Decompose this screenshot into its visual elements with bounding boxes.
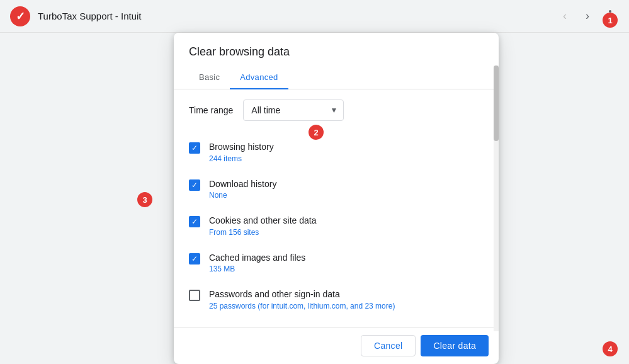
item-label: Cached images and files: [209, 252, 305, 264]
back-button[interactable]: ‹: [556, 8, 574, 25]
item-label: Browsing history: [209, 141, 274, 154]
browser-logo: ✓: [10, 6, 30, 26]
checkbox-list: ✓ Browsing history 244 items ✓ Download …: [189, 134, 484, 317]
checkbox-text: Download history None: [209, 178, 276, 200]
cancel-button[interactable]: Cancel: [361, 335, 416, 356]
dialog-footer: Cancel Clear data: [174, 327, 499, 364]
tab-basic[interactable]: Basic: [189, 66, 230, 89]
list-item: ✓ Download history None: [189, 171, 484, 208]
dialog-tabs: Basic Advanced: [174, 66, 499, 89]
checkbox-text: Cached images and files 135 MB: [209, 252, 305, 274]
item-label: Download history: [209, 178, 276, 191]
dialog-title: Clear browsing data: [174, 33, 499, 66]
menu-dot-1: [609, 10, 611, 13]
tab-advanced[interactable]: Advanced: [230, 66, 288, 89]
checkbox-text: Passwords and other sign-in data 25 pass…: [209, 288, 395, 310]
page-title: TurboTax Support - Intuit: [38, 11, 142, 21]
item-label: Passwords and other sign-in data: [209, 288, 395, 301]
check-icon: ✓: [191, 181, 198, 189]
item-label: Cookies and other site data: [209, 215, 316, 227]
annotation-badge-2: 2: [309, 125, 324, 140]
checkbox-text: Cookies and other site data From 156 sit…: [209, 215, 316, 237]
clear-browsing-data-dialog: Clear browsing data Basic Advanced Time …: [174, 33, 499, 364]
item-sublabel: From 156 sites: [209, 228, 316, 237]
checkbox-download-history[interactable]: ✓: [189, 179, 200, 191]
time-range-row: Time range All time Last hour Last 24 ho…: [189, 100, 484, 121]
dialog-body: Time range All time Last hour Last 24 ho…: [174, 89, 499, 327]
list-item: ✓ Cookies and other site data From 156 s…: [189, 207, 484, 244]
list-item: ✓ Browsing history 244 items: [189, 134, 484, 171]
clear-data-button[interactable]: Clear data: [421, 335, 489, 356]
checkbox-browsing-history[interactable]: ✓: [189, 142, 200, 154]
list-item: Passwords and other sign-in data 25 pass…: [189, 281, 484, 317]
main-area: Clear browsing data Basic Advanced Time …: [0, 33, 629, 364]
check-icon: ✓: [191, 218, 198, 225]
time-range-label: Time range: [189, 105, 233, 115]
annotation-badge-1: 1: [603, 13, 618, 28]
checkbox-cookies[interactable]: ✓: [189, 216, 200, 227]
annotation-badge-4: 4: [603, 341, 618, 356]
checkbox-cached-images[interactable]: ✓: [189, 253, 200, 264]
item-sublabel: 244 items: [209, 154, 274, 163]
browser-bar: ✓ TurboTax Support - Intuit ‹ ›: [0, 0, 629, 33]
check-icon: ✓: [191, 255, 198, 263]
item-sublabel: 135 MB: [209, 264, 305, 273]
annotation-badge-3: 3: [137, 192, 152, 207]
scrollbar-thumb[interactable]: [494, 65, 499, 141]
list-item: ✓ Cached images and files 135 MB: [189, 244, 484, 282]
checkbox-passwords[interactable]: [189, 290, 200, 301]
item-sublabel: None: [209, 191, 276, 200]
time-range-select[interactable]: All time Last hour Last 24 hours Last 7 …: [243, 100, 344, 121]
scrollbar-track: [494, 65, 499, 331]
check-icon: ✓: [191, 144, 198, 152]
checkbox-text: Browsing history 244 items: [209, 141, 274, 163]
time-range-select-wrapper: All time Last hour Last 24 hours Last 7 …: [243, 100, 344, 121]
item-sublabel: 25 passwords (for intuit.com, lithium.co…: [209, 302, 395, 310]
logo-check-icon: ✓: [16, 9, 25, 23]
forward-button[interactable]: ›: [579, 8, 596, 25]
